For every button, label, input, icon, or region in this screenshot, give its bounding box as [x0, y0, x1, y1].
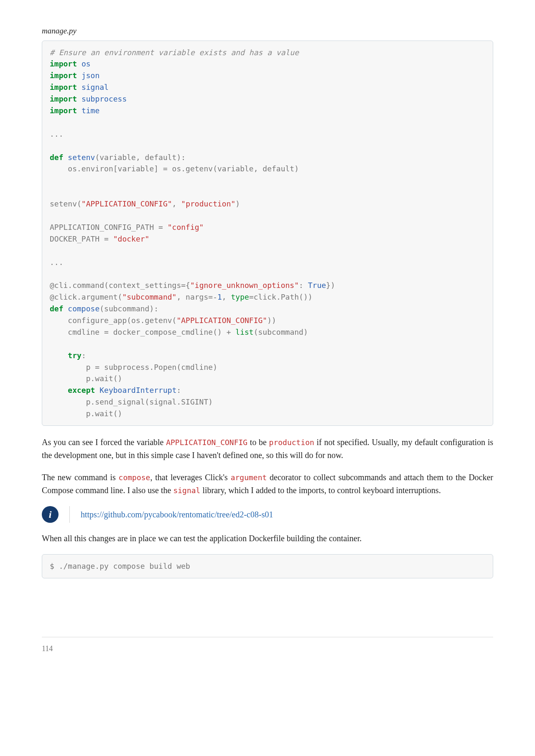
code-text: DOCKER_PATH = — [50, 234, 113, 243]
info-icon: i — [42, 506, 59, 523]
string-literal: "production" — [181, 199, 235, 208]
keyword-except: except — [68, 386, 95, 395]
module-signal: signal — [82, 83, 109, 92]
paragraph-3: When all this changes are in place we ca… — [42, 532, 493, 545]
github-link[interactable]: https://github.com/pycabook/rentomatic/t… — [81, 508, 273, 521]
exception-name: KeyboardInterrupt — [99, 386, 176, 395]
keyword-def: def — [50, 304, 64, 313]
code-text: }) — [326, 281, 335, 290]
inline-code: compose — [119, 473, 150, 482]
keyword-import: import — [50, 106, 77, 115]
text: , that leverages Click's — [150, 473, 230, 482]
module-os: os — [82, 59, 91, 68]
paragraph-1: As you can see I forced the variable APP… — [42, 436, 493, 462]
code-text: setenv( — [50, 199, 82, 208]
indent — [50, 351, 68, 360]
code-text: (subcommand) — [254, 328, 308, 336]
inline-code: production — [269, 438, 314, 447]
string-literal: "config" — [168, 223, 204, 232]
keyword-import: import — [50, 59, 77, 68]
ellipsis: ... — [50, 258, 64, 267]
module-subprocess: subprocess — [82, 94, 127, 103]
params: (variable, default): — [95, 153, 186, 162]
code-text: ) — [235, 199, 240, 208]
bool-literal: True — [308, 281, 326, 290]
code-line: os.environ[variable] = os.getenv(variabl… — [50, 164, 299, 173]
keyword-import: import — [50, 71, 77, 80]
keyword-def: def — [50, 153, 64, 162]
code-line: p = subprocess.Popen(cmdline) — [50, 363, 217, 372]
string-literal: "APPLICATION_CONFIG" — [176, 316, 267, 325]
number-literal: 1 — [217, 293, 222, 301]
code-text: , nargs=- — [176, 293, 217, 301]
code-text: @click.argument( — [50, 293, 122, 301]
module-time: time — [82, 106, 99, 115]
module-json: json — [82, 71, 99, 80]
ellipsis: ... — [50, 130, 64, 138]
code-comment: # Ensure an environment variable exists … — [50, 48, 299, 57]
string-literal: "ignore_unknown_options" — [190, 281, 299, 290]
func-setenv: setenv — [68, 153, 95, 162]
inline-code: argument — [231, 473, 267, 482]
info-glyph: i — [49, 507, 52, 522]
func-compose: compose — [68, 304, 99, 313]
code-line: p.send_signal(signal.SIGINT) — [50, 397, 213, 406]
builtin-list: list — [235, 328, 253, 336]
info-separator — [69, 506, 70, 523]
text: When all this changes are in place we ca… — [42, 534, 362, 543]
keyword-try: try — [68, 351, 82, 360]
indent — [50, 386, 68, 395]
text: library, which I added to the imports, t… — [200, 486, 441, 495]
keyword-import: import — [50, 94, 77, 103]
code-text: , — [222, 293, 231, 301]
code-text: cmdline = docker_compose_cmdline() + — [50, 328, 235, 336]
colon: : — [82, 351, 86, 360]
code-line: p.wait() — [50, 409, 122, 418]
string-literal: "APPLICATION_CONFIG" — [82, 199, 172, 208]
code-text: =click.Path()) — [249, 293, 313, 301]
code-line: p.wait() — [50, 374, 122, 383]
code-text: , — [172, 199, 181, 208]
page-footer: 114 — [42, 637, 493, 654]
info-callout: i https://github.com/pycabook/rentomatic… — [42, 506, 493, 523]
code-text: @cli.command(context_settings={ — [50, 281, 190, 290]
inline-code: APPLICATION_CONFIG — [166, 438, 247, 447]
python-code-block: # Ensure an environment variable exists … — [42, 41, 493, 426]
colon: : — [176, 386, 181, 395]
text: to be — [247, 438, 269, 447]
page-number: 114 — [42, 644, 53, 653]
text: The new command is — [42, 473, 119, 482]
builtin-type: type — [231, 293, 249, 301]
shell-line: $ ./manage.py compose build web — [50, 562, 190, 570]
code-text: : — [299, 281, 308, 290]
code-block-title: manage.py — [42, 25, 493, 37]
string-literal: "subcommand" — [122, 293, 176, 301]
paragraph-2: The new command is compose, that leverag… — [42, 471, 493, 497]
string-literal: "docker" — [113, 234, 150, 243]
inline-code: signal — [173, 486, 200, 495]
code-text: )) — [267, 316, 276, 325]
text: As you can see I forced the variable — [42, 438, 166, 447]
params: (subcommand): — [99, 304, 158, 313]
keyword-import: import — [50, 83, 77, 92]
shell-code-block: $ ./manage.py compose build web — [42, 554, 493, 578]
code-text: APPLICATION_CONFIG_PATH = — [50, 223, 168, 232]
code-text: configure_app(os.getenv( — [50, 316, 176, 325]
